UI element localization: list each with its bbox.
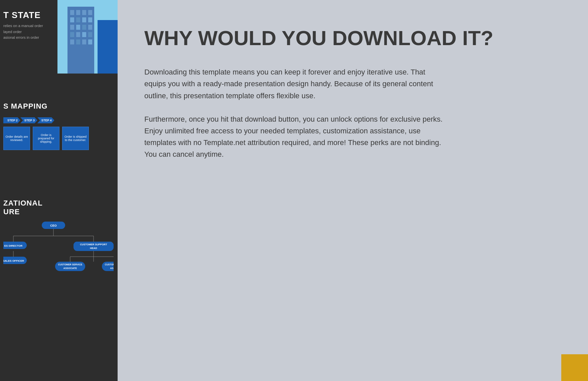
svg-text:CUSTOMER SUPPORT: CUSTOMER SUPPORT xyxy=(80,243,107,246)
svg-rect-5 xyxy=(88,10,92,15)
steps-row: STEP 2 STEP 3 STEP 4 xyxy=(3,117,114,123)
svg-text:ASSOCIATE: ASSOCIATE xyxy=(63,267,77,269)
org-chart-svg: CEO ES DIRECTOR CUSTOMER SUPPORT HEAD CU… xyxy=(3,220,114,287)
slide-org-structure: ZATIONAL URE CEO ES DIRECTOR CUSTOMER SU… xyxy=(0,194,118,381)
step-arrow-4: STEP 4 xyxy=(37,117,54,123)
svg-rect-9 xyxy=(88,17,92,22)
paragraph-2: Furthermore, once you hit that download … xyxy=(144,113,445,160)
svg-text:HEAD: HEAD xyxy=(90,247,97,250)
gold-accent xyxy=(561,354,588,381)
step-box-3: Order is prepared for shipping. xyxy=(33,127,59,150)
svg-rect-3 xyxy=(76,10,80,15)
svg-rect-11 xyxy=(76,25,80,30)
step-box-4: Order is shipped to the customer. xyxy=(62,127,89,150)
svg-rect-10 xyxy=(70,25,74,30)
step4-label: STEP 4 xyxy=(37,117,54,123)
step-boxes: Order details are reviewed. Order is pre… xyxy=(3,127,114,150)
slide-process-mapping: S MAPPING STEP 2 STEP 3 STEP 4 Order det… xyxy=(0,97,118,194)
svg-rect-21 xyxy=(88,39,92,44)
slide3-title: ZATIONAL URE xyxy=(3,199,114,217)
svg-rect-20 xyxy=(82,39,86,44)
step-arrow-3: STEP 3 xyxy=(20,117,37,123)
svg-rect-13 xyxy=(88,25,92,30)
svg-rect-19 xyxy=(76,39,80,44)
step2-label: STEP 2 xyxy=(3,117,20,123)
svg-rect-15 xyxy=(76,32,80,37)
main-title: WHY WOULD YOU DOWNLOAD IT? xyxy=(144,27,561,49)
svg-rect-6 xyxy=(70,17,74,22)
svg-rect-7 xyxy=(76,17,80,22)
svg-rect-8 xyxy=(82,17,86,22)
svg-rect-14 xyxy=(70,32,74,37)
svg-text:SALES OFFICER: SALES OFFICER xyxy=(3,259,24,262)
slide1-image xyxy=(57,0,118,74)
slide-current-state: T STATE relies on a manual order layed o… xyxy=(0,0,118,97)
blue-accent xyxy=(98,20,118,74)
svg-rect-4 xyxy=(82,10,86,15)
slide2-title: S MAPPING xyxy=(3,102,114,111)
step-arrow-2: STEP 2 xyxy=(3,117,20,123)
left-panel: T STATE relies on a manual order layed o… xyxy=(0,0,118,381)
svg-rect-18 xyxy=(70,39,74,44)
svg-text:CUSTOMER SERVICE: CUSTOMER SERVICE xyxy=(105,263,114,266)
svg-rect-16 xyxy=(82,32,86,37)
step-box-2: Order details are reviewed. xyxy=(3,127,30,150)
svg-text:CEO: CEO xyxy=(50,224,57,227)
svg-rect-17 xyxy=(88,32,92,37)
svg-text:CUSTOMER SERVICE: CUSTOMER SERVICE xyxy=(58,263,83,266)
svg-rect-2 xyxy=(70,10,74,15)
svg-rect-12 xyxy=(82,25,86,30)
svg-text:ASSOCIATE: ASSOCIATE xyxy=(110,267,114,269)
svg-text:ES DIRECTOR: ES DIRECTOR xyxy=(4,244,23,247)
paragraph-1: Downloading this template means you can … xyxy=(144,66,445,102)
step3-label: STEP 3 xyxy=(20,117,37,123)
right-panel: WHY WOULD YOU DOWNLOAD IT? Downloading t… xyxy=(118,0,588,381)
